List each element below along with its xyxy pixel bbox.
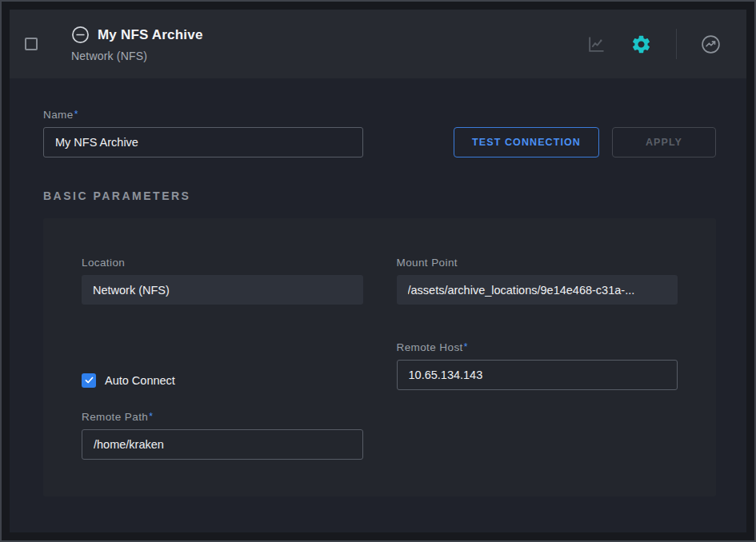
location-label: Location: [82, 257, 363, 269]
location-input[interactable]: [82, 275, 363, 305]
title-block: My NFS Archive Network (NFS): [71, 26, 203, 62]
activity-circle-icon[interactable]: [701, 34, 721, 54]
header: My NFS Archive Network (NFS): [10, 10, 746, 78]
page-title: My NFS Archive: [98, 27, 203, 43]
location-field: Location: [82, 257, 363, 305]
remote-host-label: Remote Host*: [397, 341, 678, 353]
required-marker: *: [74, 109, 78, 120]
mount-point-label: Mount Point: [397, 257, 678, 269]
empty-cell: [397, 411, 678, 460]
apply-button[interactable]: APPLY: [612, 127, 716, 157]
auto-connect-label: Auto Connect: [105, 374, 175, 387]
required-marker: *: [464, 341, 468, 353]
remote-host-field: Remote Host*: [397, 341, 678, 390]
remote-host-input[interactable]: [397, 360, 678, 390]
header-actions: [586, 29, 721, 59]
mount-point-input[interactable]: [397, 275, 678, 305]
divider: [676, 29, 677, 59]
name-label: Name*: [43, 109, 363, 121]
basic-parameters-card: Location Mount Point Auto Connect: [43, 218, 716, 496]
required-marker: *: [149, 411, 153, 422]
test-connection-button[interactable]: TEST CONNECTION: [454, 127, 599, 157]
content: Name* TEST CONNECTION APPLY BASIC PARAME…: [10, 78, 746, 532]
section-title: BASIC PARAMETERS: [43, 189, 716, 202]
mount-point-field: Mount Point: [397, 257, 678, 305]
remote-path-input[interactable]: [82, 429, 363, 460]
select-row-checkbox[interactable]: [25, 38, 38, 50]
name-input[interactable]: [43, 127, 363, 157]
remote-path-label: Remote Path*: [82, 411, 363, 423]
chart-icon[interactable]: [586, 34, 606, 54]
settings-gear-icon[interactable]: [630, 34, 652, 55]
archive-settings-panel: My NFS Archive Network (NFS): [0, 0, 756, 542]
collapse-icon[interactable]: [71, 26, 90, 44]
name-row: Name* TEST CONNECTION APPLY: [43, 109, 716, 157]
checkmark-icon: [84, 375, 94, 385]
page-subtitle: Network (NFS): [71, 50, 203, 62]
remote-path-field: Remote Path*: [82, 411, 363, 460]
auto-connect-checkbox[interactable]: [82, 373, 96, 388]
auto-connect-field: Auto Connect: [82, 341, 363, 390]
